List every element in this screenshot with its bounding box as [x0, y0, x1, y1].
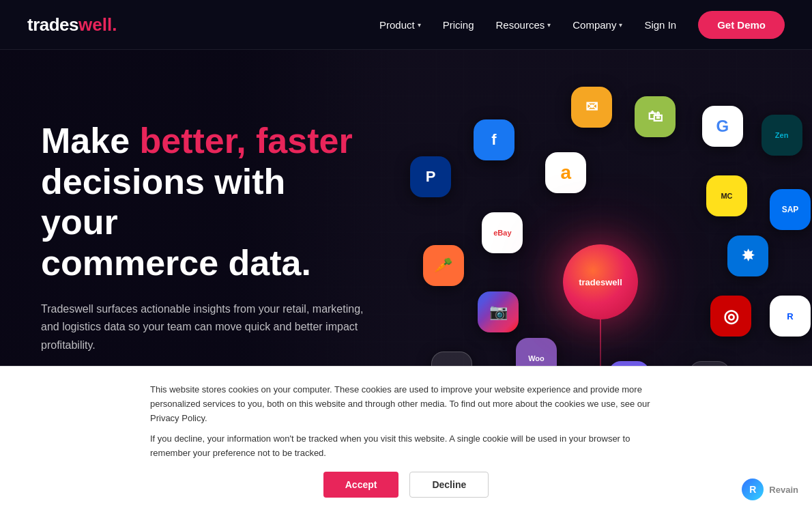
- logo[interactable]: tradeswell.: [27, 14, 117, 35]
- nav-product[interactable]: Product ▾: [379, 19, 421, 31]
- hero-title-highlight: better, faster: [140, 121, 353, 160]
- cookie-buttons: Accept Decline: [150, 472, 662, 498]
- revain-logo-icon: R: [742, 479, 764, 500]
- nav-company[interactable]: Company ▾: [572, 19, 622, 31]
- google-icon: G: [702, 106, 743, 147]
- sap-icon: SAP: [770, 189, 811, 230]
- walmart-icon: ✸: [727, 235, 768, 276]
- target-icon: ◎: [710, 296, 751, 337]
- nav-get-demo-button[interactable]: Get Demo: [698, 11, 785, 39]
- logo-trades: trades: [27, 14, 78, 35]
- cookie-banner: This website stores cookies on your comp…: [0, 366, 812, 514]
- instacart-icon: 🥕: [423, 245, 464, 286]
- nav-signin[interactable]: Sign In: [644, 19, 676, 31]
- shopify-icon: 🛍: [635, 96, 676, 137]
- hero-subtitle: Tradeswell surfaces actionable insights …: [41, 300, 368, 354]
- zendesk-icon: Zen: [762, 115, 802, 156]
- navbar: tradeswell. Product ▾ Pricing Resources …: [0, 0, 812, 50]
- nav-pricing[interactable]: Pricing: [443, 19, 474, 31]
- center-orb-text: tradeswell: [579, 277, 622, 287]
- chevron-down-icon: ▾: [619, 21, 622, 29]
- logo-dot: .: [112, 14, 117, 35]
- chevron-down-icon: ▾: [418, 21, 421, 29]
- nav-links: Product ▾ Pricing Resources ▾ Company ▾ …: [379, 11, 785, 39]
- cookie-decline-button[interactable]: Decline: [409, 472, 489, 498]
- revain-logo: R Revain: [742, 479, 798, 500]
- email-icon: ✉: [571, 87, 612, 128]
- revain-integration-icon: R: [770, 296, 811, 337]
- facebook-icon: f: [474, 119, 514, 160]
- amazon-icon: a: [545, 152, 586, 193]
- ebay-icon: eBay: [482, 212, 523, 253]
- hero-title: Make better, faster decisions with yourc…: [41, 121, 368, 284]
- nav-resources[interactable]: Resources ▾: [496, 19, 551, 31]
- center-orb: tradeswell: [563, 244, 638, 319]
- hero-title-plain: Make: [41, 121, 140, 160]
- cookie-text-2: If you decline, your information won't b…: [150, 432, 662, 461]
- paypal-icon: P: [410, 156, 451, 197]
- chevron-down-icon: ▾: [547, 21, 551, 29]
- cookie-text-1: This website stores cookies on your comp…: [150, 383, 662, 425]
- revain-logo-text: Revain: [769, 485, 798, 495]
- logo-well: well: [78, 14, 112, 35]
- mailchimp-icon: MC: [706, 175, 747, 216]
- instagram-icon: 📷: [478, 291, 519, 332]
- cookie-accept-button[interactable]: Accept: [323, 472, 399, 498]
